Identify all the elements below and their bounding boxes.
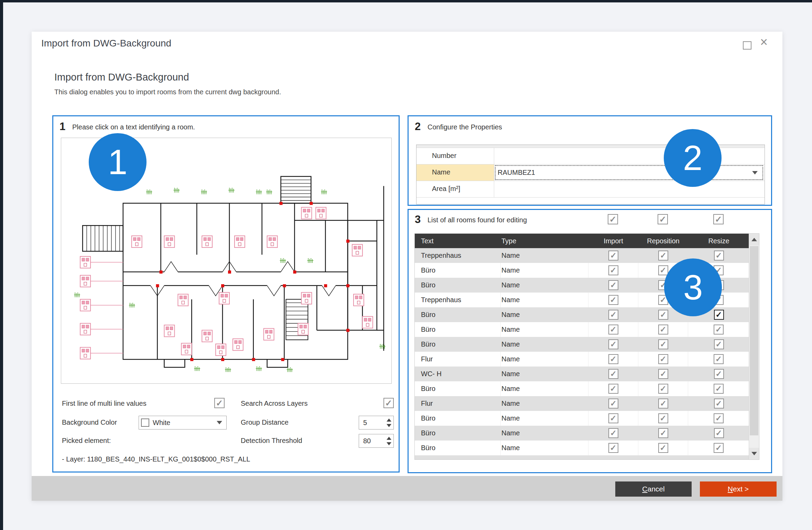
reposition-checkbox[interactable]: ✓ [658, 413, 668, 423]
step2-number: 2 [415, 120, 421, 133]
room-text: Büro [415, 337, 501, 352]
room-row[interactable]: Flur Name ✓ ✓ ✓ [415, 352, 749, 367]
import-checkbox[interactable]: ✓ [608, 443, 618, 453]
first-line-checkbox[interactable]: ✓ [214, 398, 225, 408]
next-button[interactable]: Next > [700, 481, 777, 497]
outlet-symbols [80, 207, 373, 359]
step1-title: Please click on a text identifying a roo… [72, 123, 195, 131]
spinner-down-icon[interactable] [387, 424, 391, 427]
spinner-up-icon[interactable] [387, 437, 391, 440]
import-checkbox[interactable]: ✓ [608, 339, 618, 349]
import-dwg-dialog: Import from DWG-Background × Import from… [32, 32, 782, 501]
dialog-heading: Import from DWG-Background [54, 72, 189, 83]
resize-checkbox[interactable]: ✓ [714, 428, 724, 438]
property-value-cell[interactable] [494, 148, 765, 164]
column-header-type[interactable]: Type [501, 237, 588, 245]
reposition-checkbox[interactable]: ✓ [658, 443, 668, 453]
group-distance-spinner[interactable]: 5 [359, 416, 394, 430]
scrollbar-thumb[interactable] [750, 246, 758, 435]
search-across-checkbox[interactable]: ✓ [383, 398, 394, 408]
vertical-scrollbar[interactable] [749, 234, 759, 459]
column-header-reposition[interactable]: Reposition [638, 237, 688, 245]
maximize-icon[interactable] [743, 41, 751, 50]
room-text: Büro [415, 381, 501, 396]
resize-checkbox[interactable]: ✓ [714, 384, 724, 394]
resize-checkbox[interactable]: ✓ [714, 325, 724, 335]
import-checkbox[interactable]: ✓ [608, 369, 618, 379]
room-type: Name [501, 278, 588, 293]
chevron-down-icon[interactable] [752, 171, 758, 174]
column-header-text[interactable]: Text [415, 237, 501, 245]
room-type: Name [501, 426, 588, 441]
resize-checkbox[interactable]: ✓ [714, 369, 724, 379]
room-row[interactable]: Büro Name ✓ ✓ ✓ [415, 337, 749, 352]
reposition-checkbox[interactable]: ✓ [658, 384, 668, 394]
property-row[interactable]: Area [m²] [416, 181, 765, 198]
room-row[interactable]: Büro Name ✓ ✓ ✓ [415, 411, 749, 426]
room-row[interactable]: Büro Name ✓ ✓ ✓ [415, 441, 749, 455]
column-header-import[interactable]: Import [588, 237, 638, 245]
detection-threshold-spinner[interactable]: 80 [359, 434, 394, 448]
import-checkbox[interactable]: ✓ [608, 428, 618, 438]
chevron-down-icon [217, 421, 222, 424]
column-header-resize[interactable]: Resize [688, 237, 749, 245]
import-checkbox[interactable]: ✓ [608, 399, 618, 409]
resize-checkbox[interactable]: ✓ [714, 339, 724, 349]
spinner-down-icon[interactable] [387, 442, 391, 445]
background-color-dropdown[interactable]: White [139, 416, 227, 430]
property-value-cell[interactable] [494, 181, 765, 197]
reposition-checkbox[interactable]: ✓ [658, 310, 668, 320]
select-all-resize-checkbox[interactable]: ✓ [713, 214, 724, 224]
close-icon[interactable]: × [760, 34, 768, 50]
resize-checkbox[interactable]: ✓ [714, 354, 724, 364]
resize-checkbox[interactable]: ✓ [714, 399, 724, 409]
room-row[interactable]: Büro Name ✓ ✓ ✓ [415, 426, 749, 441]
resize-checkbox[interactable]: ✓ [714, 310, 724, 320]
room-type: Name [501, 367, 588, 381]
scroll-down-icon[interactable] [749, 448, 759, 459]
select-all-import-checkbox[interactable]: ✓ [608, 214, 618, 224]
cancel-button[interactable]: Cancel [615, 481, 692, 497]
import-checkbox[interactable]: ✓ [608, 280, 618, 290]
reposition-checkbox[interactable]: ✓ [658, 325, 668, 335]
spinner-up-icon[interactable] [387, 418, 391, 422]
room-type: Name [501, 263, 588, 278]
import-checkbox[interactable]: ✓ [608, 413, 618, 423]
select-all-reposition-checkbox[interactable]: ✓ [658, 214, 668, 224]
property-value-cell[interactable]: RAUMBEZ1 [494, 165, 765, 181]
reposition-checkbox[interactable]: ✓ [658, 399, 668, 409]
import-checkbox[interactable]: ✓ [608, 295, 618, 305]
group-distance-value: 5 [359, 416, 385, 429]
reposition-checkbox[interactable]: ✓ [658, 369, 668, 379]
import-checkbox[interactable]: ✓ [608, 325, 618, 335]
step3-title: List of all rooms found for editing [427, 216, 527, 224]
picked-element-label: Picked element: [62, 437, 111, 445]
room-text: Flur [415, 352, 501, 367]
step2-title: Configure the Properties [427, 123, 502, 131]
resize-checkbox[interactable]: ✓ [714, 251, 724, 261]
room-row[interactable]: Büro Name ✓ ✓ ✓ [415, 381, 749, 396]
reposition-checkbox[interactable]: ✓ [658, 339, 668, 349]
import-checkbox[interactable]: ✓ [608, 384, 618, 394]
import-checkbox[interactable]: ✓ [608, 251, 618, 261]
room-row[interactable]: Flur Name ✓ ✓ ✓ [415, 396, 749, 411]
section-rooms-list: 3 List of all rooms found for editing ✓ … [408, 209, 772, 473]
reposition-checkbox[interactable]: ✓ [658, 354, 668, 364]
step1-badge: 1 [89, 133, 147, 191]
color-swatch-white [141, 418, 149, 427]
property-label: Area [m²] [416, 181, 494, 197]
scroll-up-icon[interactable] [749, 234, 759, 245]
import-checkbox[interactable]: ✓ [608, 265, 618, 275]
import-checkbox[interactable]: ✓ [608, 310, 618, 320]
resize-checkbox[interactable]: ✓ [714, 413, 724, 423]
reposition-checkbox[interactable]: ✓ [658, 428, 668, 438]
reposition-checkbox[interactable]: ✓ [658, 265, 668, 275]
room-text: Büro [415, 307, 501, 322]
reposition-checkbox[interactable]: ✓ [658, 251, 668, 261]
junction-markers [156, 202, 349, 361]
room-row[interactable]: Büro Name ✓ ✓ ✓ [415, 322, 749, 337]
room-type: Name [501, 248, 588, 263]
resize-checkbox[interactable]: ✓ [714, 443, 724, 453]
import-checkbox[interactable]: ✓ [608, 354, 618, 364]
room-row[interactable]: WC- H Name ✓ ✓ ✓ [415, 367, 749, 381]
